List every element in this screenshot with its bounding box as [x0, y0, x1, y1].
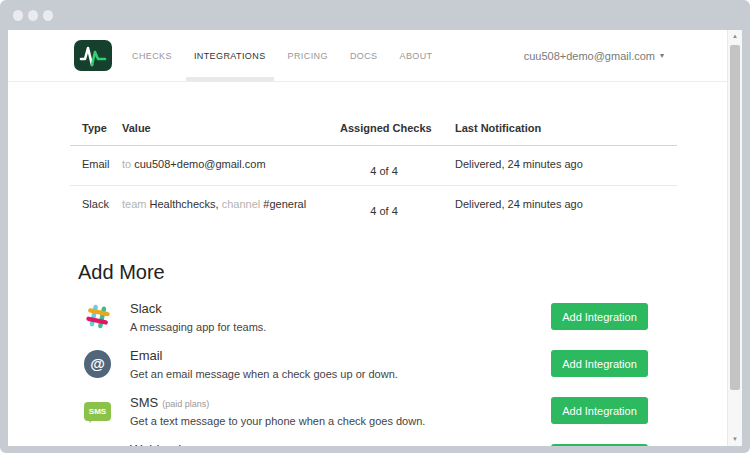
- add-integration-button[interactable]: Add Integration: [551, 397, 648, 424]
- value-email: cuu508+demo@gmail.com: [134, 158, 265, 170]
- window-dot-icon: [13, 10, 23, 21]
- slack-icon: [85, 303, 111, 330]
- account-menu[interactable]: cuu508+demo@gmail.com ▾: [524, 50, 664, 62]
- list-item-webhook: Webhook Add Integration: [70, 434, 648, 446]
- integration-name: Webhook: [130, 442, 551, 447]
- value-label: team: [122, 198, 146, 210]
- nav-item-docs[interactable]: DOCS: [342, 30, 386, 81]
- navbar: CHECKS INTEGRATIONS PRICING DOCS ABOUT c…: [8, 30, 727, 82]
- integration-name: SMS(paid plans): [130, 395, 551, 410]
- account-email: cuu508+demo@gmail.com: [524, 50, 655, 62]
- add-integration-button[interactable]: Add Integration: [551, 350, 648, 377]
- window-dot-icon: [28, 10, 38, 21]
- col-header-value: Value: [122, 112, 340, 146]
- table-header-row: Type Value Assigned Checks Last Notifica…: [70, 112, 677, 146]
- paid-plans-badge: (paid plans): [162, 399, 209, 409]
- integration-name: Email: [130, 348, 551, 363]
- value-channel: #general: [263, 198, 306, 210]
- last-notification: Delivered, 24 minutes ago: [455, 146, 677, 186]
- add-more-heading: Add More: [78, 261, 677, 284]
- scroll-up-icon[interactable]: ▲: [728, 33, 742, 39]
- main-nav: CHECKS INTEGRATIONS PRICING DOCS ABOUT: [124, 30, 441, 81]
- add-integration-button[interactable]: Add Integration: [551, 444, 648, 446]
- integration-name: Slack: [130, 301, 551, 316]
- email-at-icon: @: [84, 350, 111, 378]
- content: Type Value Assigned Checks Last Notifica…: [70, 112, 677, 446]
- window-dot-icon: [43, 10, 53, 21]
- value-team: Healthchecks,: [150, 198, 219, 210]
- col-header-type: Type: [70, 112, 122, 146]
- integration-description: Get an email message when a check goes u…: [130, 368, 551, 380]
- vertical-scrollbar[interactable]: ▲ ▼: [727, 30, 742, 446]
- add-integration-button[interactable]: Add Integration: [551, 303, 648, 330]
- list-item-slack: Slack A messaging app for teams. Add Int…: [70, 293, 648, 340]
- webhook-icon: [86, 446, 110, 447]
- integrations-table: Type Value Assigned Checks Last Notifica…: [70, 112, 677, 225]
- col-header-last-notification: Last Notification: [455, 112, 677, 146]
- window-titlebar: [0, 0, 750, 30]
- chevron-down-icon: ▾: [660, 51, 664, 60]
- col-header-assigned-checks: Assigned Checks: [340, 112, 455, 146]
- integration-value: to cuu508+demo@gmail.com: [122, 146, 340, 186]
- nav-item-checks[interactable]: CHECKS: [124, 30, 180, 81]
- healthchecks-logo-icon[interactable]: [74, 40, 112, 71]
- value-label: channel: [222, 198, 261, 210]
- scroll-down-icon[interactable]: ▼: [728, 436, 742, 442]
- integration-type: Slack: [70, 186, 122, 226]
- integration-description: Get a text message to your phone when a …: [130, 415, 551, 427]
- table-row: Slack team Healthchecks, channel #genera…: [70, 186, 677, 226]
- page: CHECKS INTEGRATIONS PRICING DOCS ABOUT c…: [8, 30, 742, 446]
- assigned-checks-cell: 4 of 4: [340, 186, 455, 226]
- assigned-checks-cell: 4 of 4: [340, 146, 455, 186]
- integration-description: A messaging app for teams.: [130, 321, 551, 333]
- integration-type: Email: [70, 146, 122, 186]
- assigned-checks-value[interactable]: 4 of 4: [340, 205, 428, 217]
- nav-item-pricing[interactable]: PRICING: [280, 30, 336, 81]
- assigned-checks-value[interactable]: 4 of 4: [340, 165, 428, 177]
- list-item-email: @ Email Get an email message when a chec…: [70, 340, 648, 387]
- last-notification: Delivered, 24 minutes ago: [455, 186, 677, 226]
- browser-window: CHECKS INTEGRATIONS PRICING DOCS ABOUT c…: [0, 0, 750, 453]
- scrollbar-thumb[interactable]: [730, 45, 740, 390]
- integration-value: team Healthchecks, channel #general: [122, 186, 340, 226]
- table-row: Email to cuu508+demo@gmail.com 4 of 4 De…: [70, 146, 677, 186]
- nav-item-about[interactable]: ABOUT: [391, 30, 440, 81]
- sms-bubble-icon: SMS: [84, 402, 111, 421]
- nav-item-integrations[interactable]: INTEGRATIONS: [186, 30, 274, 81]
- value-label: to: [122, 158, 131, 170]
- list-item-sms: SMS SMS(paid plans) Get a text message t…: [70, 387, 648, 434]
